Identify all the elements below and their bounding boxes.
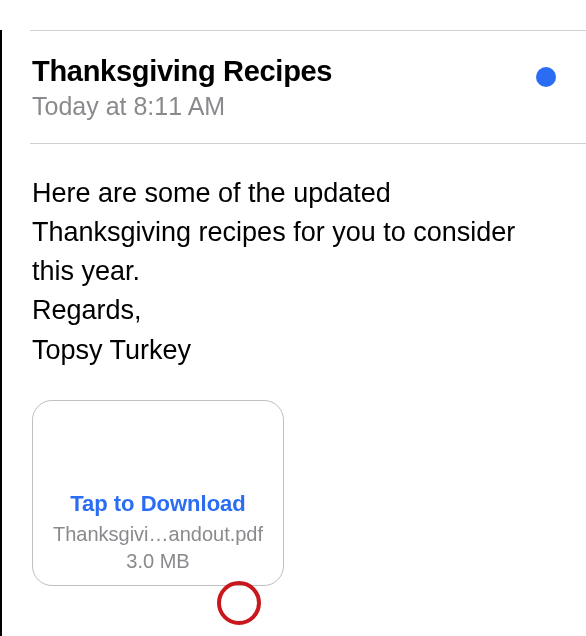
email-header: Thanksgiving Recipes Today at 8:11 AM bbox=[2, 31, 586, 143]
body-paragraph: Topsy Turkey bbox=[32, 331, 556, 370]
email-view: Thanksgiving Recipes Today at 8:11 AM He… bbox=[0, 30, 586, 636]
email-body: Here are some of the updated Thanksgivin… bbox=[2, 144, 586, 380]
unread-indicator-icon bbox=[536, 67, 556, 87]
attachment-card[interactable]: Tap to Download Thanksgivi…andout.pdf 3.… bbox=[32, 400, 284, 586]
tap-to-download-label: Tap to Download bbox=[70, 491, 246, 517]
attachment-filesize: 3.0 MB bbox=[126, 550, 189, 573]
annotation-circle-icon bbox=[217, 581, 261, 625]
email-timestamp: Today at 8:11 AM bbox=[32, 92, 556, 121]
body-paragraph: Here are some of the updated Thanksgivin… bbox=[32, 174, 556, 291]
email-subject: Thanksgiving Recipes bbox=[32, 55, 556, 88]
body-paragraph: Regards, bbox=[32, 291, 556, 330]
attachment-filename: Thanksgivi…andout.pdf bbox=[53, 523, 263, 546]
